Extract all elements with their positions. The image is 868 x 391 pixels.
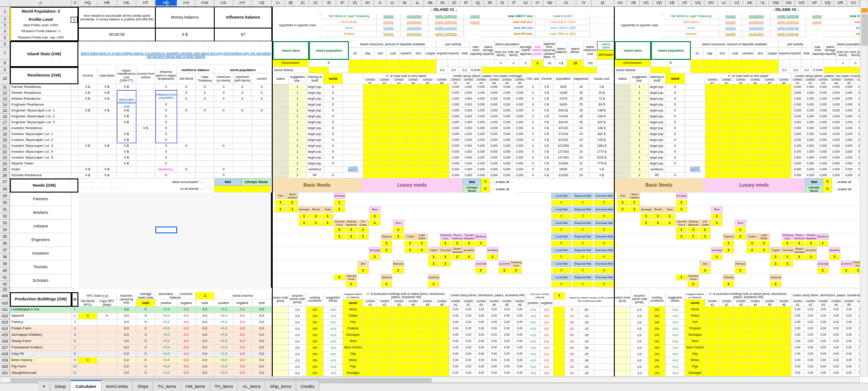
need-count[interactable]: 1 — [747, 247, 758, 253]
combo-input[interactable] — [420, 155, 435, 161]
prod-combo-input[interactable] — [392, 307, 406, 313]
prod-npc1[interactable] — [78, 345, 97, 351]
min-pop-val[interactable]: 0 — [526, 90, 540, 96]
prod-combo-setup-col[interactable]: combo #1 — [449, 299, 462, 307]
need-count[interactable]: 1 — [770, 254, 781, 260]
cell[interactable] — [812, 60, 824, 67]
residence-cell[interactable] — [78, 155, 97, 161]
need-count[interactable]: 1 — [676, 275, 687, 280]
mail-col-count[interactable]: 0 — [573, 227, 593, 233]
prod-combo-input[interactable] — [777, 326, 791, 332]
prod-combo-input[interactable] — [734, 307, 748, 313]
res-one[interactable]: 1 — [289, 161, 307, 167]
prod-node-tons[interactable]: 0,0 — [289, 338, 307, 345]
region-link[interactable]: public buildings — [429, 25, 464, 31]
need-count[interactable]: 1 — [487, 254, 498, 260]
resources-input-strip[interactable] — [349, 67, 437, 73]
row-header-21[interactable]: 21 — [0, 143, 10, 149]
combo-input[interactable] — [748, 161, 763, 167]
resource-col-zinc[interactable]: zinc — [412, 48, 425, 60]
prod-slots[interactable]: 0 — [136, 313, 155, 319]
prod-combo-input[interactable] — [378, 345, 392, 351]
need-chip-champagne[interactable]: Champagne — [711, 247, 723, 253]
prod-combo-input[interactable] — [435, 338, 449, 345]
prod-combo-value[interactable]: 0,00 — [514, 357, 526, 364]
row9-strip[interactable] — [824, 67, 860, 73]
prod-combo-input[interactable] — [720, 307, 734, 313]
min-pop-val[interactable]: 0 — [526, 143, 540, 149]
res-zero[interactable]: 0 — [323, 108, 343, 114]
prod-combo-value[interactable]: 0,00 — [475, 313, 488, 319]
cell[interactable] — [671, 67, 691, 73]
need-chip-souvenirs[interactable]: Souvenirs — [499, 261, 510, 267]
resource-col-cement[interactable]: cement — [742, 48, 754, 60]
prod-wc[interactable]: 0% — [307, 338, 323, 345]
combo-value[interactable]: 0,000 — [514, 167, 526, 173]
combo-input[interactable] — [734, 90, 748, 96]
prod-combo-input[interactable] — [420, 351, 435, 357]
row-header-42[interactable]: 42 — [0, 281, 10, 288]
pop2-val2[interactable]: 0 — [507, 60, 520, 67]
combo-value[interactable]: 0,000 — [856, 143, 860, 149]
prod-row-id[interactable]: 5 — [72, 332, 78, 338]
prod-bal[interactable]: -30 — [579, 370, 594, 377]
prod-combo-value[interactable]: 0,00 — [791, 351, 804, 357]
combo-input[interactable] — [748, 108, 763, 114]
res-one[interactable]: 1 — [631, 137, 649, 143]
prod-combo-value[interactable]: 0,00 — [488, 351, 501, 357]
residence-header-income[interactable]: income — [78, 67, 97, 84]
prod-sel-input[interactable] — [554, 345, 565, 351]
min-pop-val[interactable]: 0 — [526, 114, 540, 120]
region-link[interactable]: public buildings — [771, 19, 806, 25]
need-count[interactable]: 1 — [676, 234, 687, 240]
combo-value[interactable]: 0,000 — [856, 155, 860, 161]
residence-cell[interactable]: 0 — [233, 108, 252, 114]
combo-input[interactable] — [748, 84, 763, 90]
prod-w-tot[interactable]: 0,0 — [252, 326, 272, 332]
combo-value[interactable]: 0,000 — [514, 102, 526, 108]
combo-value[interactable]: 0,000 — [817, 120, 830, 126]
combo-value[interactable]: 0,000 — [501, 114, 513, 120]
res-extra[interactable] — [685, 84, 705, 90]
residence-cell[interactable]: 0 — [177, 167, 196, 173]
combo-value[interactable]: 0,000 — [462, 96, 475, 102]
row-header-11[interactable]: 11 — [0, 84, 10, 90]
row-header-17[interactable]: 17 — [0, 120, 10, 126]
prod-combo-value[interactable]: 0,00 — [514, 326, 526, 332]
residence-cell[interactable]: 0 $ — [97, 84, 117, 90]
prod-node-tons[interactable]: 0,0 — [289, 332, 307, 338]
residence-cell[interactable]: 0 — [155, 114, 177, 120]
prod-wf[interactable]: -50 — [565, 332, 579, 338]
residence-cell[interactable] — [177, 161, 196, 167]
combo-input[interactable] — [705, 161, 720, 167]
combo-value[interactable]: 0,000 — [514, 126, 526, 131]
combo-setup-col-1[interactable]: combo #2 — [804, 79, 817, 84]
prod-w-neg[interactable]: 0,0 — [233, 313, 252, 319]
cell[interactable] — [273, 102, 289, 108]
prod-w-neg[interactable]: 0,0 — [233, 332, 252, 338]
residence-cell[interactable] — [196, 102, 214, 108]
resource-input-copper[interactable] — [767, 60, 779, 67]
resource-col-coal[interactable]: coal — [729, 48, 742, 60]
residence-cell[interactable] — [214, 149, 233, 155]
prod-combo-value[interactable]: 0,00 — [514, 370, 526, 377]
prod-combo-value[interactable]: 0,00 — [791, 319, 804, 326]
island-name-cell[interactable]: Ditchwater — [273, 60, 309, 67]
prod-sugg[interactable]: +0,0 — [665, 313, 685, 319]
prod-combo-input[interactable] — [748, 326, 763, 332]
prod-combo-value[interactable]: 0,00 — [791, 370, 804, 377]
residence-cell[interactable] — [78, 114, 97, 120]
prod-combo-input[interactable] — [435, 326, 449, 332]
cell[interactable] — [459, 60, 470, 67]
res-one[interactable]: 1 — [289, 155, 307, 161]
island-mail-enable[interactable]: 0 — [823, 179, 832, 185]
mail-col-count[interactable]: 0 — [573, 200, 593, 206]
prod-row-id[interactable]: 2 — [72, 313, 78, 319]
prod-sel-input[interactable] — [554, 364, 565, 370]
res-one[interactable]: 1 — [631, 161, 649, 167]
prod-w-pos[interactable]: +0,0 — [214, 351, 233, 357]
prod-node-tons[interactable]: 0,0 — [631, 307, 649, 313]
row-header-417[interactable]: 417 — [0, 345, 10, 351]
row-header-39[interactable]: 39 — [0, 261, 10, 267]
residence-cell[interactable] — [196, 114, 214, 120]
